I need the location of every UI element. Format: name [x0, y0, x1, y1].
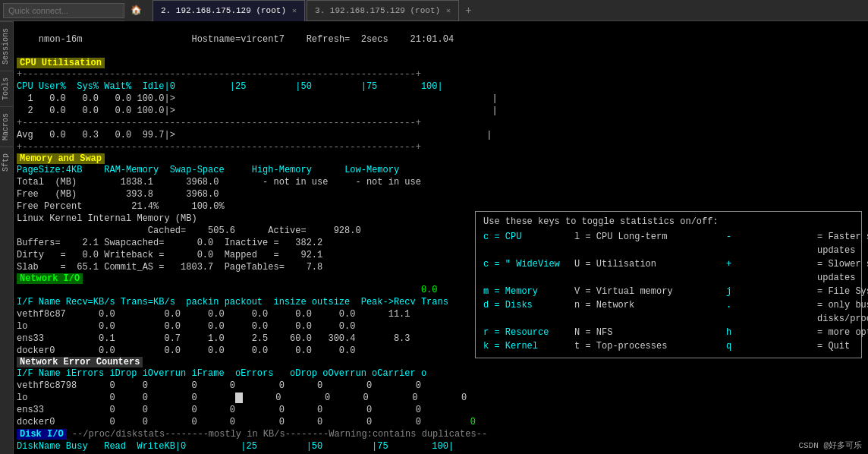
- add-tab-icon: +: [465, 5, 471, 17]
- tab-1[interactable]: 2. 192.168.175.129 (root) ✕: [153, 0, 305, 21]
- net-err-lo: lo 0 0 0 0 0 0 0 0: [14, 392, 868, 404]
- help-box: Use these keys to toggle statistics on/o…: [475, 211, 862, 358]
- side-tools[interactable]: Tools: [0, 71, 13, 106]
- mem-total-line: Total (MB) 1838.1 3968.0 - not in use - …: [14, 176, 868, 188]
- network-label-text: Network I/O: [17, 273, 83, 284]
- help-row-4: d = Disks n = Network . = only busy disk…: [483, 298, 854, 326]
- help-row-2: c = " WideView U = Utilisation + = Slowe…: [483, 257, 854, 285]
- tab-2-close[interactable]: ✕: [446, 6, 451, 15]
- home-tab[interactable]: 🏠: [124, 0, 151, 21]
- help-key-k: k = Kernel: [483, 339, 574, 353]
- net-err-docker: docker0 0 0 0 0 0 0 0 0 0: [14, 416, 868, 428]
- help-val-more: = more options: [817, 326, 868, 339]
- cpu-border-top: +---------------------------------------…: [14, 68, 868, 80]
- cpu-row-1: 1 0.0 0.0 0.0 100.0|> |: [14, 93, 868, 105]
- help-val-quit: = Quit: [817, 339, 868, 353]
- help-val-t: t = Top-processes: [574, 339, 726, 353]
- disk-col-header: DiskName Busy Read WriteKB|0 |25 |50 |75…: [14, 440, 868, 452]
- cpu-label-text: CPU Utilisation: [17, 58, 105, 68]
- memory-label-text: Memory and Swap: [17, 153, 105, 164]
- help-row-1: c = CPU l = CPU Long-term - = Faster scr…: [483, 230, 854, 257]
- help-title: Use these keys to toggle statistics on/o…: [483, 216, 854, 227]
- tab-1-close[interactable]: ✕: [292, 6, 297, 15]
- memory-section-label: Memory and Swap: [14, 153, 868, 164]
- home-icon: 🏠: [131, 5, 142, 16]
- help-key-c: c = CPU: [483, 230, 574, 257]
- mem-page-line: PageSize:4KB RAM-Memory Swap-Space High-…: [14, 164, 868, 176]
- side-panel: Sessions Tools Macros Sftp: [0, 21, 14, 454]
- help-val-n: n = Network: [574, 298, 726, 326]
- help-val-v: V = Virtual memory: [574, 285, 726, 298]
- help-val-u: U = Utilisation: [574, 257, 726, 285]
- help-val-faster: = Faster screen updates: [817, 230, 868, 257]
- side-macros[interactable]: Macros: [0, 106, 13, 147]
- help-val-fs: = File Systems: [817, 285, 868, 298]
- help-key-dot: .: [726, 298, 817, 326]
- terminal-area[interactable]: nmon-16m Hostname=vircent7 Refresh= 2sec…: [14, 21, 868, 454]
- add-tab-button[interactable]: +: [459, 5, 477, 17]
- cpu-section-label: CPU Utilisation: [14, 58, 868, 68]
- help-key-plus: +: [726, 257, 817, 285]
- help-row-3: m = Memory V = Virtual memory j = File S…: [483, 285, 854, 298]
- cpu-row-2: 2 0.0 0.0 0.0 100.0|> |: [14, 105, 868, 117]
- help-key-m: m = Memory: [483, 285, 574, 298]
- help-val-l: l = CPU Long-term: [574, 230, 726, 257]
- help-key-d: d = Disks: [483, 298, 574, 326]
- quick-connect-input[interactable]: [3, 3, 124, 18]
- tab-2[interactable]: 3. 192.168.175.129 (root) ✕: [307, 0, 459, 21]
- net-err-col-header: I/F Name iErrors iDrop iOverrun iFrame o…: [14, 367, 868, 380]
- disk-section-label: Disk I/O --/proc/diskstats--------mostly…: [14, 428, 868, 440]
- net-err-ens33: ens33 0 0 0 0 0 0 0 0: [14, 404, 868, 416]
- tab-1-label: 2. 192.168.175.129 (root): [161, 6, 286, 15]
- help-val-nfs: N = NFS: [574, 326, 726, 339]
- help-row-5: r = Resource N = NFS h = more options: [483, 326, 854, 339]
- help-val-busy: = only busy disks/procs: [817, 298, 868, 326]
- tab-bar: 🏠 2. 192.168.175.129 (root) ✕ 3. 192.168…: [0, 0, 868, 21]
- tab-2-label: 3. 192.168.175.129 (root): [315, 6, 440, 15]
- net-error-section-label: Network Error Counters: [14, 357, 868, 367]
- side-sessions[interactable]: Sessions: [0, 21, 13, 71]
- cpu-avg-row: Avg 0.0 0.3 0.0 99.7|> |: [14, 129, 868, 141]
- help-key-h: h: [726, 326, 817, 339]
- net-error-label-text: Network Error Counters: [17, 357, 143, 367]
- help-key-minus: -: [726, 230, 817, 257]
- help-row-6: k = Kernel t = Top-processes q = Quit: [483, 339, 854, 353]
- cpu-border-mid: +---------------------------------------…: [14, 117, 868, 129]
- watermark: CSDN @好多可乐: [798, 440, 862, 451]
- net-err-veth: vethf8c8798 0 0 0 0 0 0 0 0: [14, 380, 868, 392]
- nmon-header: nmon-16m Hostname=vircent7 Refresh= 2sec…: [14, 21, 868, 58]
- help-key-q: q: [726, 339, 817, 353]
- help-key-r: r = Resource: [483, 326, 574, 339]
- side-sftp[interactable]: Sftp: [0, 147, 13, 178]
- cpu-col-header: CPU User% Sys% Wait% Idle|0 |25 |50 |75 …: [14, 80, 868, 93]
- help-key-j: j: [726, 285, 817, 298]
- disk-label-text: Disk I/O: [17, 429, 67, 440]
- cpu-border-bot: +---------------------------------------…: [14, 141, 868, 153]
- help-key-wideview: c = " WideView: [483, 257, 574, 285]
- help-val-slower: = Slower screen updates: [817, 257, 868, 285]
- mem-free-line: Free (MB) 393.8 3968.0: [14, 188, 868, 200]
